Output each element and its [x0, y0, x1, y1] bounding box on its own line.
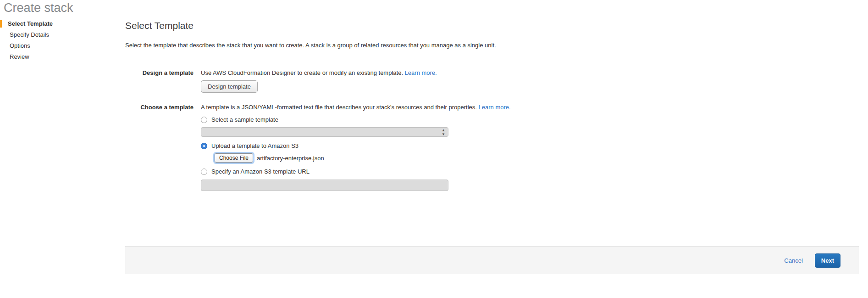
- sidebar-item-select-template[interactable]: Select Template: [0, 20, 115, 28]
- design-template-label: Design a template: [125, 68, 194, 76]
- choose-description-text: A template is a JSON/YAML-formatted text…: [201, 104, 479, 111]
- radio-icon-upload-s3[interactable]: [201, 143, 207, 149]
- select-stepper-icon: ▲▼: [442, 128, 445, 136]
- sidebar-item-specify-details[interactable]: Specify Details: [0, 31, 115, 39]
- sidebar-item-options[interactable]: Options: [0, 42, 115, 50]
- choose-template-row: Choose a template A template is a JSON/Y…: [125, 103, 511, 191]
- choose-template-label: Choose a template: [125, 103, 194, 111]
- design-learn-more-link[interactable]: Learn more.: [405, 69, 437, 76]
- radio-option-upload-s3[interactable]: Upload a template to Amazon S3: [201, 142, 511, 149]
- file-upload-row: Choose File artifactory-enterprise.json: [215, 153, 511, 163]
- page-title: Create stack: [4, 0, 73, 16]
- cancel-button[interactable]: Cancel: [784, 257, 802, 264]
- uploaded-file-name: artifactory-enterprise.json: [257, 155, 324, 162]
- radio-label-s3-url: Specify an Amazon S3 template URL: [211, 168, 310, 175]
- sample-template-select[interactable]: ▲▼: [201, 127, 448, 137]
- design-description-text: Use AWS CloudFormation Designer to creat…: [201, 69, 405, 76]
- wizard-footer: Cancel Next: [125, 246, 859, 274]
- main-content: Select Template Select the template that…: [125, 20, 859, 49]
- wizard-steps-sidebar: Select Template Specify Details Options …: [0, 20, 115, 64]
- choose-learn-more-link[interactable]: Learn more.: [479, 104, 511, 111]
- heading-divider: [125, 36, 859, 36]
- radio-option-s3-url[interactable]: Specify an Amazon S3 template URL: [201, 168, 511, 175]
- radio-option-sample-template[interactable]: Select a sample template: [201, 116, 511, 123]
- radio-icon-s3-url[interactable]: [201, 169, 207, 175]
- choose-template-description: A template is a JSON/YAML-formatted text…: [201, 103, 511, 111]
- design-template-row: Design a template Use AWS CloudFormation…: [125, 68, 437, 93]
- design-template-button[interactable]: Design template: [201, 80, 258, 93]
- sidebar-item-review[interactable]: Review: [0, 53, 115, 61]
- radio-label-upload-s3: Upload a template to Amazon S3: [211, 142, 299, 149]
- design-template-description: Use AWS CloudFormation Designer to creat…: [201, 68, 437, 76]
- radio-label-sample-template: Select a sample template: [211, 116, 278, 123]
- section-heading: Select Template: [125, 20, 859, 31]
- s3-template-url-input[interactable]: [201, 180, 448, 191]
- intro-text: Select the template that describes the s…: [125, 42, 859, 49]
- next-button[interactable]: Next: [815, 253, 840, 268]
- radio-icon-sample-template[interactable]: [201, 117, 207, 123]
- choose-file-button[interactable]: Choose File: [215, 153, 253, 163]
